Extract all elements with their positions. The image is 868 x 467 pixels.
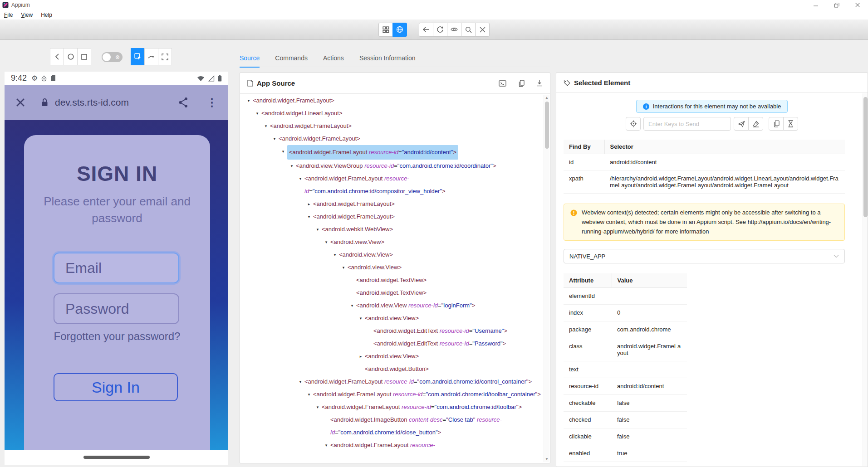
tree-node[interactable]: <android.widget.EditText resource-id="Pa…: [242, 337, 543, 350]
search-button[interactable]: [461, 23, 476, 37]
tree-node-text[interactable]: <android.widget.FrameLayout>: [279, 132, 360, 145]
source-scrollbar[interactable]: ▲ ▼: [544, 95, 549, 462]
caret-right-icon[interactable]: ▸: [357, 350, 365, 363]
url-text[interactable]: dev.sts.rts-id.com: [55, 97, 129, 108]
tree-node[interactable]: ▾<android.widget.FrameLayout resource-id…: [242, 172, 543, 198]
forgot-password-link[interactable]: Forgotten your password?: [24, 330, 210, 343]
quit-session-button[interactable]: [475, 23, 490, 37]
caret-down-icon[interactable]: ▾: [279, 145, 287, 158]
caret-down-icon[interactable]: ▾: [339, 261, 348, 274]
copy-xpath-icon[interactable]: [499, 80, 506, 87]
caret-down-icon[interactable]: ▾: [322, 236, 330, 248]
menu-help[interactable]: Help: [37, 12, 56, 18]
tree-node[interactable]: <android.widget.Button>: [242, 363, 543, 375]
caret-down-icon[interactable]: ▾: [270, 132, 279, 145]
tree-node-text[interactable]: <android.view.View>: [339, 248, 393, 261]
tree-node[interactable]: ▾<android.widget.FrameLayout resource-id…: [242, 375, 543, 388]
caret-down-icon[interactable]: ▾: [288, 160, 296, 172]
send-keys-input[interactable]: [643, 117, 731, 131]
tree-node-text[interactable]: <android.widget.EditText resource-id="Us…: [373, 325, 507, 337]
tree-node[interactable]: ▾<android.widget.FrameLayout resource-id…: [242, 388, 543, 401]
tree-node[interactable]: ▾<android.view.View>: [242, 248, 543, 261]
tree-node-text[interactable]: <android.widget.EditText resource-id="Pa…: [373, 337, 506, 350]
device-screenshot[interactable]: 9:42 ⚙ dev.sts.rts-id.com ⋮ SIGN IN Plea…: [5, 72, 228, 465]
caret-down-icon[interactable]: ▾: [314, 401, 322, 413]
tab-actions[interactable]: Actions: [323, 49, 344, 67]
tree-node-text[interactable]: <android.widget.FrameLayout resource-id=…: [304, 375, 532, 388]
tree-node[interactable]: ▸<android.widget.FrameLayout>: [242, 198, 543, 210]
device-recents-button[interactable]: [77, 48, 91, 65]
refresh-button[interactable]: [433, 23, 447, 37]
tree-node[interactable]: ▾<android.widget.LinearLayout>: [242, 107, 543, 120]
tree-node[interactable]: <android.widget.ImageButton content-desc…: [242, 413, 543, 439]
tree-node[interactable]: ▾<android.view.ViewGroup resource-id="co…: [242, 160, 543, 172]
caret-down-icon[interactable]: ▾: [305, 388, 313, 401]
tab-commands[interactable]: Commands: [275, 49, 308, 67]
caret-down-icon[interactable]: ▾: [245, 94, 253, 107]
send-keys-button[interactable]: [734, 117, 749, 131]
locate-element-button[interactable]: [626, 117, 641, 131]
tree-node[interactable]: ▾<android.webkit.WebView>: [242, 223, 543, 236]
caret-down-icon[interactable]: ▾: [322, 439, 330, 452]
native-view-button[interactable]: [378, 23, 393, 37]
tree-node-text[interactable]: <android.widget.FrameLayout resource-id=…: [304, 172, 543, 198]
tree-node[interactable]: <android.widget.TextView>: [242, 274, 543, 287]
caret-down-icon[interactable]: ▾: [331, 248, 339, 261]
tree-node-text-selected[interactable]: <android.widget.FrameLayout resource-id=…: [287, 145, 458, 160]
menu-view[interactable]: View: [17, 12, 37, 18]
menu-file[interactable]: File: [0, 12, 17, 18]
caret-down-icon[interactable]: ▾: [305, 210, 313, 223]
caret-right-icon[interactable]: ▸: [305, 198, 313, 210]
caret-down-icon[interactable]: ▾: [253, 107, 261, 120]
tree-node-text[interactable]: <android.widget.TextView>: [356, 287, 427, 299]
context-select[interactable]: NATIVE_APP: [564, 249, 845, 263]
scroll-up-icon[interactable]: ▲: [544, 96, 549, 100]
device-back-button[interactable]: [50, 48, 64, 65]
tree-node-text[interactable]: <android.widget.FrameLayout>: [313, 198, 395, 210]
tap-coordinates-button[interactable]: [158, 48, 172, 65]
tree-node-text[interactable]: <android.view.View resource-id="loginFor…: [356, 299, 475, 312]
tree-node[interactable]: ▾<android.widget.FrameLayout resource-id…: [242, 401, 543, 413]
tree-node-text[interactable]: <android.widget.ImageButton content-desc…: [330, 413, 543, 439]
mjpeg-toggle[interactable]: ⊗: [102, 52, 123, 62]
password-field[interactable]: Password: [54, 293, 179, 324]
tree-node[interactable]: <android.widget.EditText resource-id="Us…: [242, 325, 543, 337]
swipe-coordinates-button[interactable]: [144, 48, 158, 65]
tree-node[interactable]: <android.widget.TextView>: [242, 287, 543, 299]
caret-down-icon[interactable]: ▾: [296, 375, 304, 388]
back-button[interactable]: [419, 23, 433, 37]
tree-node-text[interactable]: <android.widget.FrameLayout>: [270, 120, 352, 132]
tree-node-text[interactable]: <android.widget.FrameLayout>: [313, 210, 395, 223]
tree-node[interactable]: ▸<android.view.View>: [242, 350, 543, 363]
tree-node[interactable]: ▾<android.widget.FrameLayout resource-: [242, 439, 543, 452]
download-source-icon[interactable]: [536, 80, 543, 87]
tree-node-text[interactable]: <android.widget.LinearLayout>: [261, 107, 343, 120]
restore-button[interactable]: [826, 0, 847, 10]
clear-keys-button[interactable]: [748, 117, 763, 131]
tree-node-text[interactable]: <android.widget.Button>: [365, 363, 429, 375]
caret-down-icon[interactable]: ▾: [262, 120, 270, 132]
email-field[interactable]: Email: [54, 253, 179, 283]
select-elements-button[interactable]: [131, 48, 145, 65]
caret-down-icon[interactable]: ▾: [357, 312, 365, 325]
tab-session-information[interactable]: Session Information: [359, 49, 416, 67]
tree-node-text[interactable]: <android.widget.FrameLayout>: [253, 94, 334, 107]
tree-node-text[interactable]: <android.widget.FrameLayout resource-id=…: [313, 388, 541, 401]
copy-attributes-button[interactable]: [769, 117, 784, 131]
tree-node-text[interactable]: <android.widget.TextView>: [356, 274, 427, 287]
tree-node[interactable]: ▾<android.view.View>: [242, 236, 543, 248]
scrollbar-thumb[interactable]: [863, 97, 868, 217]
close-window-button[interactable]: [847, 0, 868, 10]
tree-node-text[interactable]: <android.widget.FrameLayout resource-: [330, 439, 435, 452]
caret-down-icon[interactable]: ▾: [314, 223, 322, 236]
tree-node[interactable]: ▾<android.widget.FrameLayout>: [242, 132, 543, 145]
wait-element-button[interactable]: [783, 117, 798, 131]
kebab-menu-icon[interactable]: ⋮: [206, 96, 217, 109]
device-home-button[interactable]: [64, 48, 78, 65]
copy-source-icon[interactable]: [518, 80, 525, 87]
tree-node-text[interactable]: <android.widget.FrameLayout resource-id=…: [322, 401, 522, 413]
minimize-button[interactable]: [805, 0, 826, 10]
tree-node[interactable]: ▾<android.widget.FrameLayout resource-id…: [242, 145, 543, 160]
tree-node-text[interactable]: <android.webkit.WebView>: [322, 223, 393, 236]
signin-button[interactable]: Sign In: [54, 373, 178, 401]
